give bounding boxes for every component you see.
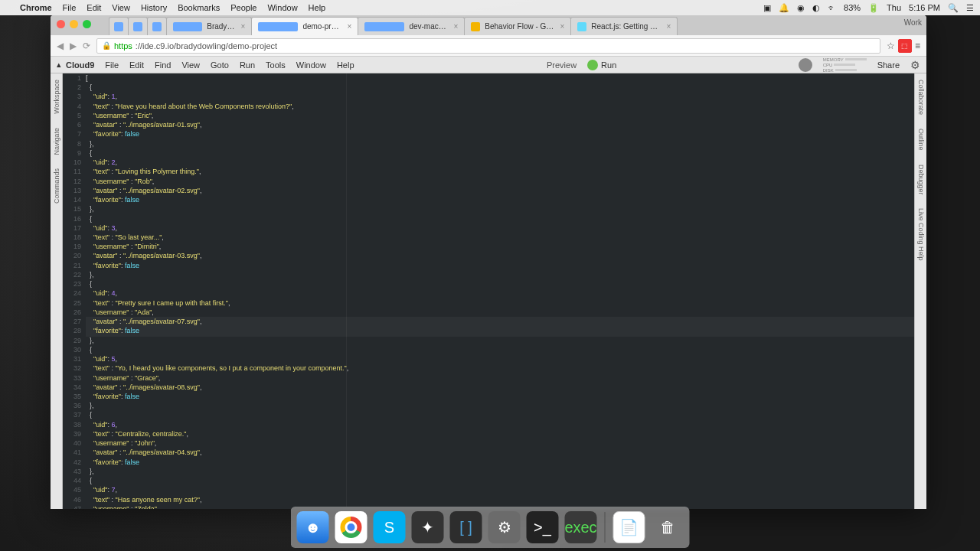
code-line[interactable]: "favorite": false: [86, 261, 914, 270]
tab-close-icon[interactable]: ×: [347, 22, 351, 31]
profile-label[interactable]: Work: [904, 18, 922, 27]
tab-close-icon[interactable]: ×: [560, 22, 564, 31]
dock-app-chrome[interactable]: [335, 511, 368, 543]
ide-menu-item[interactable]: View: [181, 60, 200, 70]
preview-button[interactable]: Preview: [547, 60, 577, 70]
dock-app-term2[interactable]: exec: [565, 511, 597, 543]
code-line[interactable]: "username" : "Ada",: [86, 308, 914, 317]
code-line[interactable]: "username" : "Eric",: [86, 111, 914, 120]
macos-menu-item[interactable]: People: [230, 3, 256, 12]
chrome-menu-icon[interactable]: ≡: [915, 41, 920, 51]
resource-meters[interactable]: MEMORYCPUDISK: [823, 57, 867, 73]
code-line[interactable]: },: [86, 204, 914, 214]
code-line[interactable]: [: [86, 73, 914, 83]
right-panel-tab[interactable]: Live Coding Help: [917, 208, 925, 261]
status-icon[interactable]: ◉: [797, 3, 805, 13]
forward-button[interactable]: ▶: [70, 41, 77, 51]
window-maximize-button[interactable]: [83, 20, 91, 28]
code-line[interactable]: "avatar" : "../images/avatar-01.svg",: [86, 120, 914, 129]
browser-tab[interactable]: dev-machine - Cloud9×: [358, 17, 465, 35]
browser-tab[interactable]: Brady Dowling×: [166, 17, 252, 35]
code-line[interactable]: {: [86, 214, 914, 223]
clock-day[interactable]: Thu: [887, 3, 901, 12]
code-editor[interactable]: 1234567891011121314151617181920212223242…: [63, 73, 914, 509]
browser-tab[interactable]: demo-project - Cloud9×: [251, 17, 358, 35]
code-line[interactable]: "uid": 7,: [86, 485, 914, 494]
ide-menu-item[interactable]: Help: [337, 60, 354, 70]
ide-menu-item[interactable]: File: [105, 60, 119, 70]
code-line[interactable]: },: [86, 270, 914, 279]
code-line[interactable]: "text" : "So last year...",: [86, 233, 914, 242]
ide-menu-item[interactable]: Find: [155, 60, 171, 70]
code-line[interactable]: "uid": 5,: [86, 354, 914, 364]
code-line[interactable]: "favorite": false: [86, 195, 914, 204]
ide-menu-item[interactable]: Goto: [211, 60, 229, 70]
tab-close-icon[interactable]: ×: [453, 22, 458, 31]
code-line[interactable]: },: [86, 467, 914, 476]
battery-icon[interactable]: 🔋: [868, 3, 879, 13]
code-line[interactable]: "text" : "Has anyone seen my cat?",: [86, 495, 914, 504]
code-line[interactable]: "username" : "Dimitri",: [86, 242, 914, 251]
macos-menu-item[interactable]: History: [141, 3, 167, 12]
macos-menu-item[interactable]: View: [112, 3, 130, 12]
code-line[interactable]: "favorite": false: [86, 129, 914, 139]
code-line[interactable]: "favorite": false: [86, 458, 914, 467]
left-panel-tab[interactable]: Navigate: [53, 128, 60, 155]
browser-tab[interactable]: [128, 17, 148, 35]
address-bar[interactable]: 🔒 https://ide.c9.io/bradydowling/demo-pr…: [96, 38, 880, 54]
wifi-icon[interactable]: ᯤ: [828, 3, 836, 12]
code-line[interactable]: "uid": 3,: [86, 223, 914, 233]
dock-app-text[interactable]: 📄: [613, 511, 645, 543]
status-icon[interactable]: ◐: [812, 3, 820, 13]
dock-app-trash[interactable]: 🗑: [652, 511, 684, 543]
clock-time[interactable]: 5:16 PM: [909, 3, 940, 12]
left-panel-tab[interactable]: Commands: [53, 168, 60, 204]
code-line[interactable]: "favorite": false: [86, 392, 914, 401]
code-line[interactable]: {: [86, 148, 914, 158]
code-line[interactable]: "avatar" : "../images/avatar-02.svg",: [86, 186, 914, 195]
share-button[interactable]: Share: [877, 60, 900, 70]
code-line[interactable]: "avatar" : "../images/avatar-04.svg",: [86, 448, 914, 457]
browser-tab[interactable]: [147, 17, 167, 35]
ide-menu-item[interactable]: Edit: [129, 60, 144, 70]
ide-menu-item[interactable]: Window: [296, 60, 326, 70]
code-line[interactable]: "username" : "John",: [86, 439, 914, 448]
dock-app-term1[interactable]: >_: [527, 511, 559, 543]
code-line[interactable]: {: [86, 476, 914, 485]
code-line[interactable]: "text" : "Yo, I heard you like component…: [86, 364, 914, 373]
right-panel-tab[interactable]: Debugger: [917, 165, 925, 195]
ide-menu-item[interactable]: Tools: [266, 60, 286, 70]
panel-toggle-icon[interactable]: ▴: [57, 60, 61, 70]
code-line[interactable]: "uid": 2,: [86, 158, 914, 167]
cloud9-logo[interactable]: Cloud9: [66, 60, 94, 70]
status-icon[interactable]: ▣: [763, 3, 771, 13]
code-line[interactable]: "username" : "Rob",: [86, 177, 914, 186]
code-line[interactable]: "text" : "Centralize, centralize.",: [86, 429, 914, 439]
code-line[interactable]: "avatar" : "../images/avatar-08.svg",: [86, 383, 914, 392]
run-button[interactable]: Run: [587, 60, 616, 70]
window-minimize-button[interactable]: [70, 20, 78, 28]
tab-close-icon[interactable]: ×: [666, 22, 671, 31]
left-panel-tab[interactable]: Workspace: [53, 80, 60, 114]
settings-icon[interactable]: ⚙: [910, 59, 920, 71]
dock-app-finder[interactable]: ☻: [297, 511, 329, 543]
code-line[interactable]: "uid": 1,: [86, 92, 914, 101]
browser-tab[interactable]: Behavior Flow - Google A×: [464, 17, 571, 35]
user-avatar[interactable]: [799, 58, 812, 72]
code-line[interactable]: "uid": 6,: [86, 420, 914, 429]
code-line[interactable]: "text" : "Pretty sure I came up with tha…: [86, 298, 914, 308]
macos-menu-item[interactable]: Help: [309, 3, 326, 12]
menu-icon[interactable]: ☰: [966, 3, 974, 13]
back-button[interactable]: ◀: [57, 41, 64, 51]
right-panel-tab[interactable]: Outline: [917, 129, 925, 151]
code-line[interactable]: {: [86, 83, 914, 92]
code-line[interactable]: {: [86, 345, 914, 354]
macos-menu-item[interactable]: Bookmarks: [178, 3, 220, 12]
code-line[interactable]: },: [86, 139, 914, 148]
right-panel-tab[interactable]: Collaborate: [917, 80, 925, 115]
code-area[interactable]: [ { "uid": 1, "text" : "Have you heard a…: [86, 73, 914, 509]
ide-menu-item[interactable]: Run: [240, 60, 255, 70]
code-line[interactable]: },: [86, 336, 914, 345]
code-line[interactable]: "avatar" : "../images/avatar-03.svg",: [86, 251, 914, 260]
dock-app-brackets[interactable]: [ ]: [450, 511, 482, 543]
